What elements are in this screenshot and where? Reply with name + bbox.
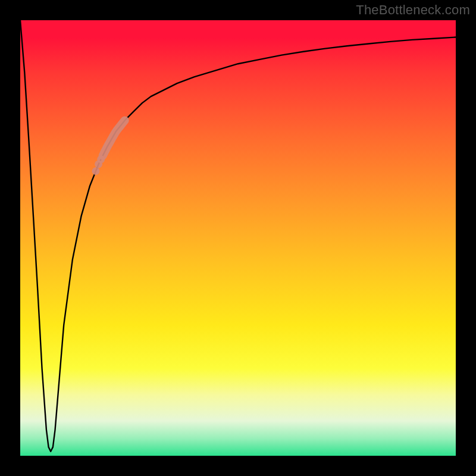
bottleneck-curve: [20, 20, 456, 452]
chart-svg: [20, 20, 456, 456]
highlight-segment-upper: [103, 120, 125, 155]
highlight-dot: [97, 155, 105, 163]
watermark-text: TheBottleneck.com: [356, 2, 470, 18]
plot-area: [20, 20, 456, 456]
highlight-dot: [92, 167, 100, 175]
highlight-dots: [92, 155, 105, 175]
chart-frame: TheBottleneck.com: [0, 0, 476, 476]
